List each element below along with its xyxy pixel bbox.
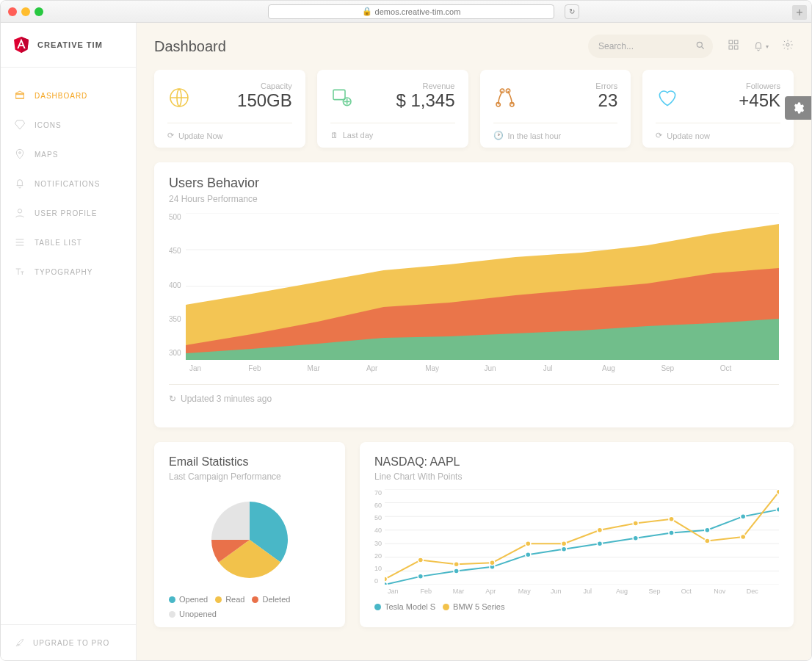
notifications-button[interactable]: ▾: [753, 40, 769, 52]
sidebar-item-icons[interactable]: ICONS: [1, 110, 136, 140]
user-icon: [14, 207, 26, 219]
topbar-icons: ▾: [728, 39, 794, 54]
email-statistics-card: Email Statistics Last Campaign Performan…: [154, 442, 345, 627]
legend-item: Opened: [169, 595, 208, 604]
svg-point-51: [776, 489, 779, 494]
x-axis: JanFebMarAprMayJunJulAugSepOctNovDec: [388, 588, 779, 595]
grid-icon: [728, 39, 739, 51]
sidebar-item-label: TABLE LIST: [35, 239, 82, 247]
gear-icon: [782, 39, 794, 51]
legend-item: Deleted: [252, 595, 290, 604]
history-icon: ↻: [169, 394, 176, 404]
svg-point-28: [385, 582, 388, 585]
svg-point-40: [385, 577, 388, 582]
settings-button[interactable]: [782, 39, 794, 54]
sidebar-item-typography[interactable]: TYPOGRAPHY: [1, 257, 136, 286]
sidebar-item-notifications[interactable]: NOTIFICATIONS: [1, 169, 136, 198]
sidebar-upgrade[interactable]: UPGRADE TO PRO: [1, 624, 136, 660]
browser-new-tab-button[interactable]: +: [792, 5, 807, 20]
stat-card-capacity: Capacity150GB ⟳Update Now: [154, 70, 305, 148]
svg-rect-9: [333, 90, 345, 99]
sidebar-item-user-profile[interactable]: USER PROFILE: [1, 198, 136, 228]
browser-titlebar: 🔒demos.creative-tim.com ↻ +: [1, 1, 811, 23]
svg-point-29: [418, 574, 423, 579]
sidebar-item-maps[interactable]: MAPS: [1, 140, 136, 169]
stat-footer[interactable]: ⟳Update Now: [167, 123, 292, 148]
svg-point-32: [526, 552, 531, 557]
browser-url: demos.creative-tim.com: [375, 7, 461, 16]
line-chart: [385, 489, 779, 585]
svg-point-33: [561, 546, 566, 552]
svg-point-36: [669, 530, 674, 535]
bell-icon: [14, 178, 26, 189]
sidebar-item-table-list[interactable]: TABLE LIST: [1, 228, 136, 257]
browser-url-bar[interactable]: 🔒demos.creative-tim.com: [268, 4, 554, 19]
stat-value: +45K: [739, 90, 780, 111]
y-axis: 706050403020100: [374, 489, 385, 585]
grid-button[interactable]: [728, 39, 739, 54]
sidebar-item-label: DASHBOARD: [35, 92, 87, 100]
stat-label: Revenue: [396, 82, 454, 90]
stat-label: Followers: [739, 82, 780, 90]
floating-settings-button[interactable]: [785, 96, 811, 120]
svg-point-34: [597, 541, 602, 546]
chevron-down-icon: ▾: [766, 43, 769, 50]
brand[interactable]: CREATIVE TIM: [1, 23, 136, 68]
refresh-icon: ⟳: [167, 131, 174, 140]
y-axis: 500450400350300: [169, 213, 186, 360]
svg-point-37: [705, 527, 710, 532]
svg-point-48: [669, 516, 674, 521]
diamond-icon: [14, 119, 26, 131]
search-wrap: [588, 35, 713, 58]
area-chart: [186, 213, 779, 360]
svg-point-43: [490, 560, 495, 566]
refresh-icon: ⟳: [656, 131, 662, 140]
sidebar-item-label: NOTIFICATIONS: [35, 180, 100, 188]
search-input[interactable]: [588, 35, 713, 58]
users-behavior-card: Users Behavior 24 Hours Performance 5004…: [154, 162, 794, 427]
stat-value: 23: [595, 90, 617, 111]
stat-card-followers: Followers+45K ⟳Update now: [642, 70, 794, 148]
window-close-dot[interactable]: [8, 7, 17, 16]
pie-legend: OpenedReadDeletedUnopened: [169, 595, 330, 618]
svg-rect-4: [734, 40, 738, 44]
angular-icon: [12, 36, 30, 54]
stat-card-revenue: Revenue$ 1,345 🗓Last day: [317, 70, 468, 148]
stat-footer[interactable]: 🗓Last day: [330, 123, 455, 147]
window-zoom-dot[interactable]: [35, 7, 43, 16]
legend-item: Tesla Model S: [374, 602, 435, 611]
sidebar-nav: DASHBOARD ICONS MAPS NOTIFICATIONS USER …: [1, 68, 136, 624]
gear-icon: [791, 101, 805, 115]
legend-item: Read: [215, 595, 244, 604]
page-title: Dashboard: [154, 38, 226, 55]
brand-name: CREATIVE TIM: [37, 40, 103, 49]
stat-value: $ 1,345: [396, 90, 454, 111]
svg-point-35: [633, 535, 638, 541]
sidebar-item-label: ICONS: [35, 121, 62, 129]
svg-point-42: [454, 562, 459, 567]
svg-point-39: [776, 507, 779, 512]
stat-footer[interactable]: 🕑In the last hour: [493, 123, 618, 148]
bank-icon: [14, 90, 26, 101]
line-legend: Tesla Model SBMW 5 Series: [374, 602, 779, 611]
stat-label: Errors: [595, 82, 617, 90]
calendar-icon: 🗓: [330, 131, 338, 140]
chart-title: Users Behavior: [169, 176, 779, 191]
stat-footer[interactable]: ⟳Update now: [656, 123, 780, 148]
sidebar: CREATIVE TIM DASHBOARD ICONS MAPS NOTIFI…: [1, 23, 137, 660]
rocket-icon: [14, 637, 26, 649]
sidebar-item-label: USER PROFILE: [35, 209, 97, 217]
svg-rect-5: [729, 46, 733, 49]
chart-subtitle: Line Chart With Points: [374, 472, 779, 482]
sidebar-item-dashboard[interactable]: DASHBOARD: [1, 81, 136, 110]
topbar: Dashboard ▾: [137, 23, 811, 70]
heart-icon: [656, 86, 679, 109]
legend-item: Unopened: [169, 610, 217, 618]
stat-label: Capacity: [237, 82, 292, 90]
search-icon: [695, 40, 706, 51]
clock-icon: 🕑: [493, 131, 504, 140]
svg-point-46: [597, 527, 602, 532]
window-minimize-dot[interactable]: [21, 7, 30, 16]
svg-rect-6: [734, 46, 738, 49]
browser-reload-button[interactable]: ↻: [565, 4, 579, 19]
